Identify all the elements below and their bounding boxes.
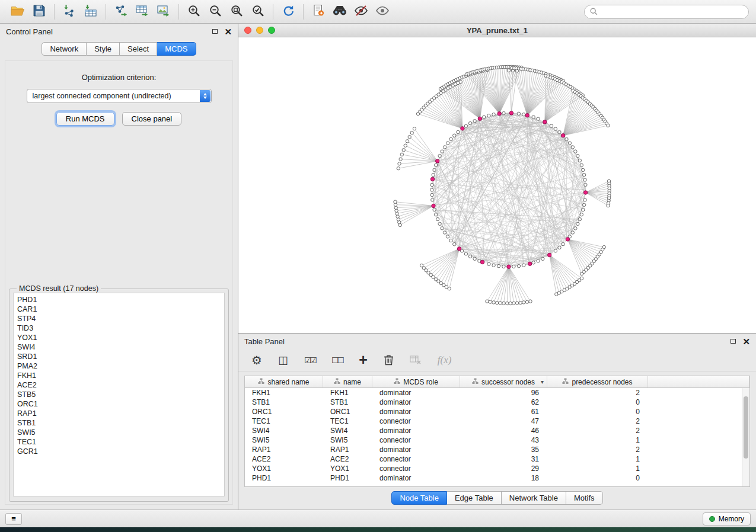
table-tab-network-table[interactable]: Network Table — [502, 491, 566, 505]
zoom-in-button[interactable] — [183, 3, 205, 21]
mcds-node-item[interactable]: GCR1 — [17, 447, 224, 456]
table-cell: dominator — [372, 398, 460, 406]
table-row[interactable]: YOX1YOX1connector291 — [245, 464, 749, 473]
mcds-node-item[interactable]: FKH1 — [17, 371, 224, 380]
mcds-node-item[interactable]: ACE2 — [17, 380, 224, 390]
table-cell: FKH1 — [323, 389, 372, 397]
table-cell: 29 — [460, 464, 547, 473]
table-tab-node-table[interactable]: Node Table — [391, 491, 447, 505]
close-panel-icon[interactable]: ✕ — [224, 27, 232, 36]
table-row[interactable]: STB1STB1dominator620 — [245, 398, 749, 407]
table-cell: RAP1 — [245, 446, 323, 454]
toolbar-search-input[interactable] — [601, 7, 743, 17]
export-image-button[interactable] — [153, 3, 174, 21]
mcds-node-item[interactable]: SRD1 — [17, 352, 224, 361]
mcds-node-item[interactable]: PHD1 — [17, 295, 224, 305]
column-header-mcds-role[interactable]: MCDS role — [372, 376, 460, 387]
network-graph[interactable] — [238, 37, 756, 333]
zoom-out-button[interactable] — [205, 3, 226, 21]
search-icon — [590, 8, 598, 15]
mcds-node-item[interactable]: TEC1 — [17, 437, 224, 447]
window-minimize-button[interactable] — [256, 27, 263, 34]
column-header-predecessor-nodes[interactable]: predecessor nodes — [547, 376, 648, 387]
table-row[interactable]: SWI5SWI5connector431 — [245, 435, 749, 445]
criterion-dropdown[interactable]: largest connected component (undirected) — [27, 89, 212, 103]
delete-column-icon[interactable] — [384, 354, 394, 366]
table-row[interactable]: FKH1FKH1dominator962 — [245, 388, 749, 398]
table-row[interactable]: ACE2ACE2connector311 — [245, 454, 749, 464]
table-tab-motifs[interactable]: Motifs — [566, 491, 603, 505]
sort-chevron-icon[interactable]: ▾ — [541, 379, 544, 385]
hide-overlay-button[interactable] — [350, 3, 372, 21]
table-row[interactable]: TEC1TEC1connector472 — [245, 416, 749, 426]
save-session-button[interactable] — [28, 3, 50, 21]
memory-button[interactable]: Memory — [703, 512, 751, 525]
hide-overlay-icon — [354, 4, 368, 19]
toolbar-separator — [178, 4, 179, 20]
table-settings-icon[interactable]: ⚙ — [251, 354, 262, 366]
mcds-node-item[interactable]: RAP1 — [17, 409, 224, 418]
table-row[interactable]: SWI4SWI4dominator462 — [245, 426, 749, 435]
tab-mcds[interactable]: MCDS — [157, 42, 196, 56]
mcds-node-item[interactable]: SWI4 — [17, 342, 224, 352]
table-cell: connector — [372, 417, 460, 425]
export-table-icon — [135, 4, 149, 19]
tab-select[interactable]: Select — [120, 42, 157, 56]
export-table-button[interactable] — [132, 3, 153, 21]
import-table-button[interactable] — [80, 3, 101, 21]
table-row[interactable]: RAP1RAP1dominator352 — [245, 445, 749, 454]
column-type-icon — [472, 378, 479, 386]
tab-network[interactable]: Network — [42, 42, 87, 56]
status-menu-button[interactable]: ≡ — [5, 513, 22, 525]
add-column-icon[interactable]: + — [359, 352, 368, 367]
tab-style[interactable]: Style — [87, 42, 120, 56]
close-panel-button[interactable]: Close panel — [122, 112, 182, 126]
mcds-node-item[interactable]: YOX1 — [17, 333, 224, 342]
window-zoom-button[interactable] — [268, 27, 275, 34]
dropdown-stepper-icon — [200, 90, 210, 102]
export-network-button[interactable] — [110, 3, 132, 21]
desktop-background-strip — [0, 527, 756, 532]
table-row[interactable]: PHD1PHD1dominator180 — [245, 473, 749, 483]
zoom-fit-button[interactable] — [226, 3, 247, 21]
table-row[interactable]: ORC1ORC1dominator610 — [245, 407, 749, 416]
mcds-node-item[interactable]: TID3 — [17, 323, 224, 333]
float-table-panel-icon[interactable] — [731, 339, 736, 344]
search-box[interactable] — [584, 5, 749, 19]
table-tab-edge-table[interactable]: Edge Table — [447, 491, 502, 505]
mcds-tab-content: Optimization criterion: largest connecte… — [5, 60, 233, 505]
share-clipboard-button[interactable] — [308, 3, 329, 21]
show-overlay-button[interactable] — [372, 3, 393, 21]
search-network-button[interactable] — [329, 3, 350, 21]
mcds-node-item[interactable]: CAR1 — [17, 305, 224, 314]
open-session-button[interactable] — [7, 3, 28, 21]
mcds-node-item[interactable]: ORC1 — [17, 399, 224, 409]
column-header-successor-nodes[interactable]: successor nodes▾ — [460, 376, 547, 387]
toggle-columns-icon[interactable]: ◫ — [278, 355, 288, 366]
mcds-node-item[interactable]: STB1 — [17, 418, 224, 428]
import-network-button[interactable] — [59, 3, 80, 21]
window-close-button[interactable] — [244, 27, 251, 34]
scrollbar-thumb[interactable] — [744, 396, 748, 459]
deselect-all-rows-icon[interactable]: ☐☐ — [331, 356, 343, 364]
mcds-node-item[interactable]: PMA2 — [17, 361, 224, 371]
table-scrollbar[interactable] — [742, 388, 749, 486]
mcds-result-list[interactable]: PHD1CAR1STP4TID3YOX1SWI4SRD1PMA2FKH1ACE2… — [13, 293, 225, 496]
float-panel-icon[interactable] — [212, 29, 218, 34]
mcds-node-item[interactable]: STB5 — [17, 390, 224, 399]
mcds-node-item[interactable]: SWI5 — [17, 428, 224, 437]
table-cell: 0 — [547, 474, 648, 482]
function-builder-icon[interactable]: f(x) — [438, 355, 452, 365]
mcds-node-item[interactable]: STP4 — [17, 314, 224, 323]
run-mcds-button[interactable]: Run MCDS — [56, 112, 114, 126]
table-cell: 18 — [460, 474, 547, 482]
refresh-view-button[interactable] — [277, 3, 299, 21]
select-all-rows-icon[interactable]: ☑☑ — [304, 356, 315, 364]
close-table-panel-icon[interactable]: ✕ — [742, 337, 750, 346]
zoom-selected-button[interactable] — [247, 3, 269, 21]
table-cell: dominator — [372, 446, 460, 454]
table-cell: connector — [372, 436, 460, 444]
column-header-name[interactable]: name — [323, 376, 372, 387]
delete-table-icon[interactable] — [410, 355, 422, 365]
column-header-shared-name[interactable]: shared name — [245, 376, 323, 387]
